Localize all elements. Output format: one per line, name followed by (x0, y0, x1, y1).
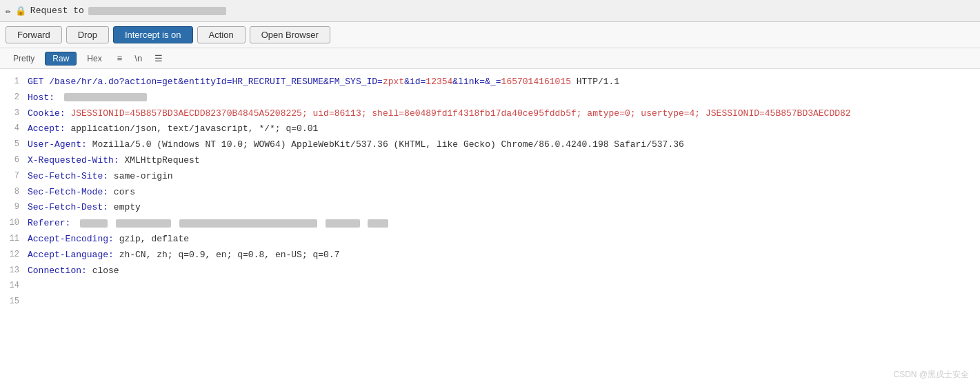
line-content-2: Host: (28, 91, 974, 106)
line-num-10: 10 (6, 217, 19, 231)
accept-enc-value: gzip, deflate (119, 234, 189, 244)
cookie-key: Cookie: (28, 108, 66, 119)
line-content-13: Connection: close (28, 264, 974, 279)
request-to-label: Request to (30, 6, 84, 16)
line-content-6: X-Requested-With: XMLHttpRequest (28, 154, 974, 168)
line-content-12: Accept-Language: zh-CN, zh; q=0.9, en; q… (28, 248, 974, 263)
referer-value-r5 (368, 219, 388, 228)
watermark: CSDN @黑戍士安全 (893, 369, 969, 381)
sec-dest-value: empty (114, 202, 141, 212)
line-num-7: 7 (6, 170, 19, 184)
toolbar: Forward Drop Intercept is on Action Open… (0, 22, 980, 48)
edit-icon: ✏ (6, 6, 11, 17)
raw-view-button[interactable]: Raw (45, 52, 77, 66)
sec-site-value: same-origin (114, 171, 173, 181)
request-content-area: 1 GET /base/hr/a.do?action=get&entityId=… (0, 69, 980, 386)
drop-button[interactable]: Drop (66, 26, 109, 43)
line-num-5: 5 (6, 138, 19, 152)
ua-value: Mozilla/5.0 (Windows NT 10.0; WOW64) App… (92, 139, 684, 150)
line-content-15 (28, 295, 974, 310)
sec-dest-key: Sec-Fetch-Dest: (28, 202, 108, 212)
line-8: 8 Sec-Fetch-Mode: cors (0, 185, 980, 201)
line-content-5: User-Agent: Mozilla/5.0 (Windows NT 10.0… (28, 138, 974, 152)
line-content-8: Sec-Fetch-Mode: cors (28, 186, 974, 200)
newline-icon-button[interactable]: \n (130, 51, 147, 66)
sec-mode-key: Sec-Fetch-Mode: (28, 187, 108, 197)
url-path: /base/hr/a.do?action=get&entityId=HR_REC… (49, 77, 571, 87)
referer-value-r1 (80, 219, 108, 228)
line-7: 7 Sec-Fetch-Site: same-origin (0, 169, 980, 185)
accept-key: Accept: (28, 123, 66, 134)
line-10: 10 Referer: (0, 216, 980, 232)
view-options-bar: Pretty Raw Hex ≡ \n ☰ (0, 48, 980, 69)
line-15: 15 (0, 294, 980, 310)
hex-view-button[interactable]: Hex (79, 52, 109, 66)
line-num-6: 6 (6, 154, 19, 168)
line-9: 9 Sec-Fetch-Dest: empty (0, 200, 980, 216)
menu-icon-button[interactable]: ☰ (150, 51, 168, 66)
line-12: 12 Accept-Language: zh-CN, zh; q=0.9, en… (0, 248, 980, 263)
line-num-1: 1 (6, 75, 19, 90)
line-2: 2 Host: (0, 90, 980, 106)
xrw-value: XMLHttpRequest (124, 155, 199, 166)
line-content-10: Referer: (28, 217, 974, 231)
conn-value: close (92, 265, 119, 276)
intercept-button[interactable]: Intercept is on (113, 26, 193, 43)
conn-key: Connection: (28, 265, 87, 276)
http-protocol: HTTP/1.1 (577, 77, 619, 87)
line-5: 5 User-Agent: Mozilla/5.0 (Windows NT 10… (0, 137, 980, 153)
host-redacted (88, 7, 226, 15)
line-num-8: 8 (6, 186, 19, 200)
accept-lang-value: zh-CN, zh; q=0.9, en; q=0.8, en-US; q=0.… (119, 250, 340, 260)
line-11: 11 Accept-Encoding: gzip, deflate (0, 232, 980, 248)
ua-key: User-Agent: (28, 139, 87, 150)
line-content-11: Accept-Encoding: gzip, deflate (28, 232, 974, 247)
line-num-4: 4 (6, 122, 19, 137)
open-browser-button[interactable]: Open Browser (250, 26, 330, 43)
accept-enc-key: Accept-Encoding: (28, 234, 114, 244)
line-num-2: 2 (6, 91, 19, 106)
xrw-key: X-Requested-With: (28, 155, 119, 166)
line-num-13: 13 (6, 264, 19, 279)
line-num-11: 11 (6, 232, 19, 247)
line-6: 6 X-Requested-With: XMLHttpRequest (0, 153, 980, 169)
line-4: 4 Accept: application/json, text/javascr… (0, 121, 980, 137)
line-num-3: 3 (6, 107, 19, 121)
forward-button[interactable]: Forward (6, 26, 62, 43)
action-button[interactable]: Action (197, 26, 246, 43)
cookie-value: JSESSIONID=45B857BD3AECDD82370B4845A5208… (70, 108, 845, 119)
referer-value-r2 (116, 219, 171, 228)
line-num-14: 14 (6, 279, 19, 294)
line-content-4: Accept: application/json, text/javascrip… (28, 122, 974, 137)
line-num-9: 9 (6, 201, 19, 215)
referer-key: Referer: (28, 218, 70, 228)
referer-value-r3 (179, 219, 317, 228)
line-1: 1 GET /base/hr/a.do?action=get&entityId=… (0, 74, 980, 90)
accept-value: application/json, text/javascript, */*; … (70, 123, 318, 134)
referer-value-r4 (326, 219, 360, 228)
host-value-redacted (64, 93, 147, 101)
accept-lang-key: Accept-Language: (28, 250, 114, 260)
line-num-15: 15 (6, 295, 19, 310)
line-content-7: Sec-Fetch-Site: same-origin (28, 170, 974, 184)
line-14: 14 (0, 279, 980, 294)
sec-site-key: Sec-Fetch-Site: (28, 171, 108, 181)
line-3: 3 Cookie: JSESSIONID=45B857BD3AECDD82370… (0, 106, 980, 122)
line-content-1: GET /base/hr/a.do?action=get&entityId=HR… (28, 75, 974, 90)
sec-mode-value: cors (114, 187, 135, 197)
line-content-3: Cookie: JSESSIONID=45B857BD3AECDD82370B4… (28, 107, 974, 121)
line-content-14 (28, 279, 974, 294)
wrap-icon-button[interactable]: ≡ (112, 51, 128, 66)
host-key: Host: (28, 92, 54, 103)
line-13: 13 Connection: close (0, 263, 980, 279)
cookie-value-cont: 2 (846, 108, 851, 119)
lock-icon: 🔒 (15, 6, 26, 17)
pretty-view-button[interactable]: Pretty (6, 52, 42, 66)
http-method: GET (28, 77, 43, 87)
line-content-9: Sec-Fetch-Dest: empty (28, 201, 974, 215)
line-num-12: 12 (6, 248, 19, 263)
title-bar: ✏ 🔒 Request to (0, 0, 980, 22)
